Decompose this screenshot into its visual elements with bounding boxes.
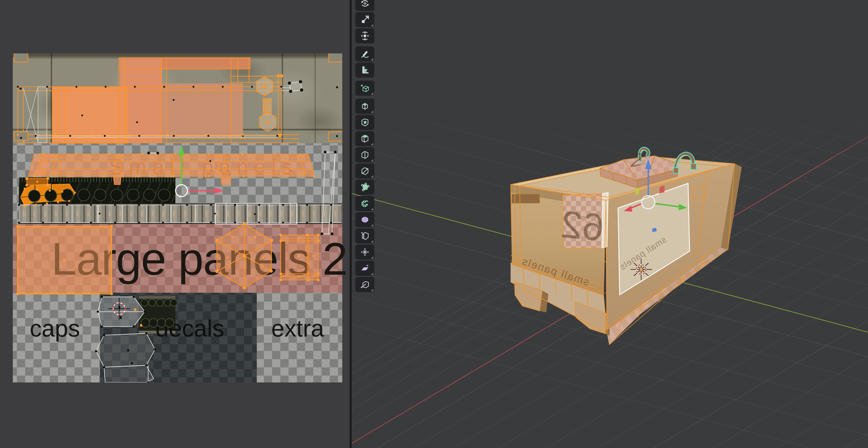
viewport-3d-area[interactable]: small panels small panels 62 2: [350, 0, 868, 448]
tool-shrink-fatten-button[interactable]: [355, 245, 374, 260]
tool-smooth-button[interactable]: [355, 212, 374, 227]
uv-wireframe-overlay: [13, 54, 342, 382]
tool-knife-button[interactable]: [355, 164, 374, 179]
tool-annotate-button[interactable]: [355, 46, 374, 61]
uv-island-hex-fans[interactable]: [256, 77, 276, 132]
uv-gizmo-y-arrow[interactable]: [178, 145, 185, 155]
tool-inset-faces-button[interactable]: [355, 115, 374, 130]
tool-edge-slide-button[interactable]: [355, 228, 374, 243]
tool-extrude-region-button[interactable]: [355, 99, 374, 114]
gizmo-plane-y[interactable]: [636, 187, 639, 195]
vehicle-62-panel[interactable]: [563, 194, 602, 248]
uv-editor-area[interactable]: Small panels Large panels 2 caps decals …: [0, 0, 350, 448]
tool-poly-build-button[interactable]: [355, 180, 374, 195]
blender-window: Small panels Large panels 2 caps decals …: [0, 0, 868, 448]
uv-island-thin-strip[interactable]: [322, 152, 335, 234]
tool-add-cube-button[interactable]: [355, 80, 374, 96]
uv-island-large-structure[interactable]: [18, 58, 299, 143]
decal-wheels: [141, 299, 177, 327]
tool-transform-button[interactable]: [355, 28, 374, 43]
uv-island-caps-hexagons[interactable]: [96, 297, 155, 382]
vehicle-model: [350, 0, 868, 448]
vehicle-vent[interactable]: [512, 194, 540, 203]
tool-loop-cut-button[interactable]: [355, 147, 374, 162]
uv-island-right-rect[interactable]: [281, 235, 318, 280]
tool-rip-region-button[interactable]: [355, 277, 374, 292]
tool-bevel-button[interactable]: [355, 131, 374, 146]
gizmo-plane-x[interactable]: [659, 186, 664, 194]
tool-spin-button[interactable]: [355, 196, 374, 211]
uv-gizmo-x-arrow[interactable]: [215, 188, 224, 194]
tool-shear-button[interactable]: [355, 261, 374, 276]
tool-measure-button[interactable]: [355, 63, 374, 78]
texture-atlas: Small panels Large panels 2 caps decals …: [13, 54, 342, 382]
edit-mode-toolbar: [355, 0, 374, 295]
tool-rotate-button[interactable]: [355, 0, 374, 11]
tool-scale-button[interactable]: [355, 12, 374, 27]
uv-island-small-panels[interactable]: [28, 154, 315, 184]
uv-island-track-links[interactable]: [19, 203, 342, 224]
